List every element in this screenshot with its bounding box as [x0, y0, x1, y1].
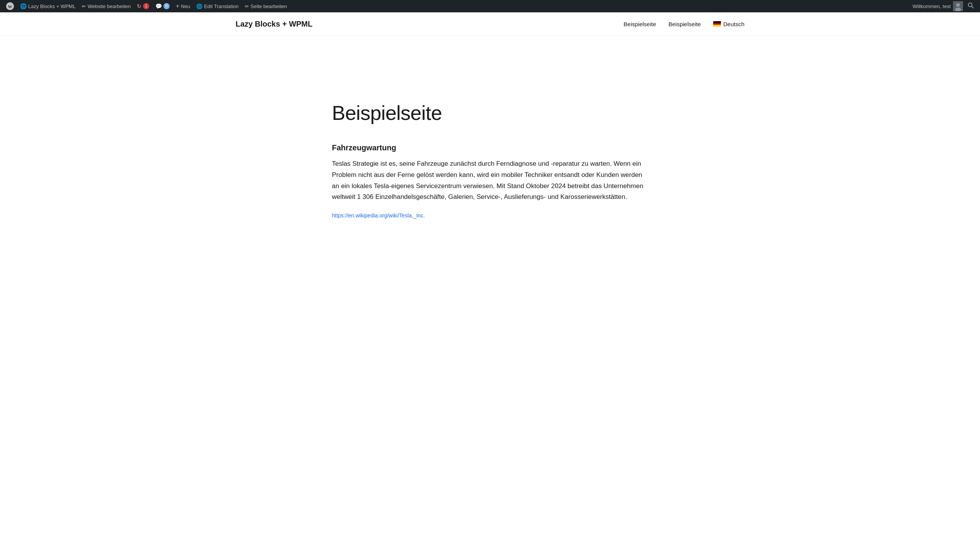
- svg-text:W: W: [8, 4, 12, 9]
- svg-line-6: [972, 7, 974, 8]
- site-logo[interactable]: Lazy Blocks + WPML: [236, 20, 313, 29]
- main-content: Beispielseite Fahrzeugwartung Teslas Str…: [317, 35, 663, 250]
- admin-bar-right: Willkommen, test: [913, 1, 977, 11]
- admin-bar-updates[interactable]: ↻ 1: [134, 0, 152, 12]
- admin-search-button[interactable]: [965, 2, 977, 10]
- translation-icon: 🌐: [196, 3, 202, 9]
- updates-badge: 1: [143, 3, 149, 9]
- site-nav-links: Beispielseite Beispielseite Deutsch: [624, 21, 744, 27]
- admin-bar-customize[interactable]: ✏ Website bearbeiten: [79, 0, 134, 12]
- comments-icon: 💬: [155, 3, 162, 9]
- page-title: Beispielseite: [332, 102, 648, 125]
- user-avatar: [953, 1, 963, 11]
- admin-bar: W 🌐 Lazy Blocks + WPML ✏ Website bearbei…: [0, 0, 980, 12]
- admin-bar-edit-translation[interactable]: 🌐 Edit Translation: [193, 0, 242, 12]
- admin-bar-site-name[interactable]: 🌐 Lazy Blocks + WPML: [17, 0, 79, 12]
- new-label: Neu: [181, 3, 190, 9]
- language-label: Deutsch: [723, 21, 744, 27]
- customize-icon: ✏: [82, 3, 86, 9]
- new-icon: +: [176, 3, 179, 10]
- section-link[interactable]: https://en.wikipedia.org/wiki/Tesla,_Inc…: [332, 212, 425, 219]
- edit-page-label: Seite bearbeiten: [251, 3, 287, 9]
- user-greeting: Willkommen, test: [913, 3, 951, 9]
- admin-bar-user[interactable]: Willkommen, test: [913, 1, 963, 11]
- german-flag-icon: [713, 21, 721, 27]
- section-body: Teslas Strategie ist es, seine Fahrzeuge…: [332, 158, 648, 203]
- language-switcher[interactable]: Deutsch: [713, 21, 744, 27]
- wp-logo-button[interactable]: W: [3, 0, 17, 12]
- comments-badge: 0: [163, 3, 170, 9]
- edit-translation-label: Edit Translation: [204, 3, 239, 9]
- site-header: Lazy Blocks + WPML Beispielseite Beispie…: [0, 12, 980, 36]
- admin-bar-left: W 🌐 Lazy Blocks + WPML ✏ Website bearbei…: [3, 0, 290, 12]
- site-nav: Lazy Blocks + WPML Beispielseite Beispie…: [220, 12, 760, 35]
- admin-bar-new[interactable]: + Neu: [173, 0, 193, 12]
- updates-icon: ↻: [137, 3, 141, 9]
- svg-point-3: [956, 3, 960, 7]
- wp-logo-icon: W: [6, 2, 14, 10]
- site-name-label: Lazy Blocks + WPML: [28, 3, 76, 9]
- section-heading: Fahrzeugwartung: [332, 143, 648, 152]
- site-icon: 🌐: [20, 3, 27, 9]
- edit-page-icon: ✏: [245, 3, 249, 9]
- admin-bar-comments[interactable]: 💬 0: [152, 0, 173, 12]
- admin-bar-edit-page[interactable]: ✏ Seite bearbeiten: [242, 0, 290, 12]
- nav-link-beispielseite-1[interactable]: Beispielseite: [624, 21, 656, 27]
- nav-link-beispielseite-2[interactable]: Beispielseite: [668, 21, 701, 27]
- customize-label: Website bearbeiten: [88, 3, 131, 9]
